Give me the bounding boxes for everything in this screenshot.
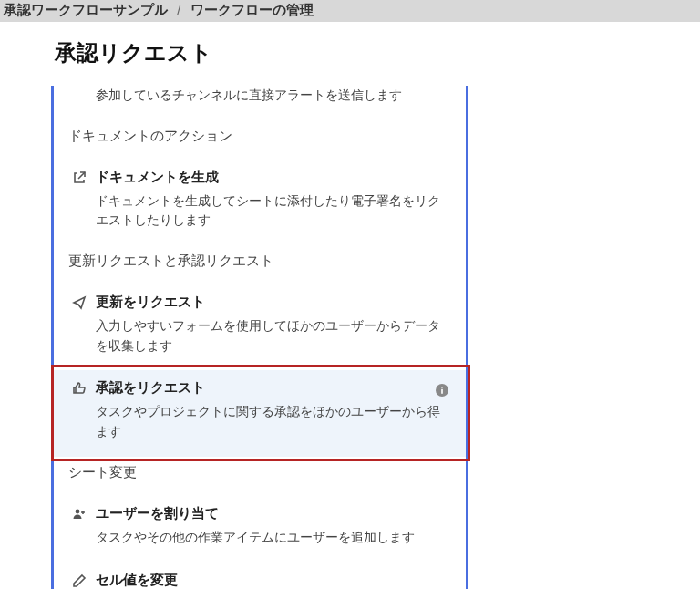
send-icon <box>72 295 87 310</box>
breadcrumb: 承認ワークフローサンプル / ワークフローの管理 <box>0 0 700 22</box>
user-plus-icon <box>72 507 87 522</box>
action-send-alert[interactable]: 参加しているチャンネルに直接アラートを送信します <box>54 86 466 120</box>
section-sheet-change: シート変更 <box>54 457 466 496</box>
action-request-approval[interactable]: 承認をリクエスト タスクやプロジェクトに関する承認をほかのユーザーから得ます <box>54 370 466 456</box>
breadcrumb-current: ワークフローの管理 <box>190 2 314 17</box>
action-assign-user-title: ユーザーを割り当て <box>96 505 451 522</box>
modal-panel: 承認リクエスト 参加しているチャンネルに直接アラートを送信します ドキュメントの… <box>20 22 700 589</box>
action-request-approval-title: 承認をリクエスト <box>96 379 451 397</box>
action-request-update-desc: 入力しやすいフォームを使用してほかのユーザーからデータを収集します <box>96 316 451 356</box>
action-request-update-title: 更新をリクエスト <box>96 294 451 311</box>
action-generate-document[interactable]: ドキュメントを生成 ドキュメントを生成してシートに添付したり電子署名をリクエスト… <box>54 160 466 245</box>
svg-rect-2 <box>441 387 443 388</box>
action-send-alert-desc: 参加しているチャンネルに直接アラートを送信します <box>96 86 451 106</box>
modal-header: 承認リクエスト <box>20 22 700 77</box>
breadcrumb-parent[interactable]: 承認ワークフローサンプル <box>4 2 168 17</box>
breadcrumb-separator: / <box>171 2 186 17</box>
action-generate-document-title: ドキュメントを生成 <box>96 169 451 186</box>
svg-rect-1 <box>441 389 443 394</box>
thumbs-up-icon <box>72 381 87 396</box>
action-assign-user-desc: タスクやその他の作業アイテムにユーザーを追加します <box>96 528 451 548</box>
section-document-actions: ドキュメントのアクション <box>54 120 466 160</box>
action-change-cell-title: セル値を変更 <box>96 572 451 589</box>
info-icon[interactable] <box>435 383 449 398</box>
action-assign-user[interactable]: ユーザーを割り当て タスクやその他の作業アイテムにユーザーを追加します <box>54 496 466 563</box>
pencil-icon <box>72 574 87 588</box>
action-generate-document-desc: ドキュメントを生成してシートに添付したり電子署名をリクエストしたりします <box>96 191 451 231</box>
svg-point-3 <box>76 509 80 513</box>
modal-title: 承認リクエスト <box>55 38 665 67</box>
action-change-cell[interactable]: セル値を変更 チェックボックスをオンにしたり、ステータスを変更した <box>54 563 466 590</box>
action-request-update[interactable]: 更新をリクエスト 入力しやすいフォームを使用してほかのユーザーからデータを収集し… <box>54 284 466 370</box>
section-update-approval: 更新リクエストと承認リクエスト <box>54 245 466 284</box>
action-list: 参加しているチャンネルに直接アラートを送信します ドキュメントのアクション ドキ… <box>51 86 468 589</box>
action-request-approval-desc: タスクやプロジェクトに関する承認をほかのユーザーから得ます <box>96 402 451 441</box>
external-link-icon <box>72 170 87 185</box>
